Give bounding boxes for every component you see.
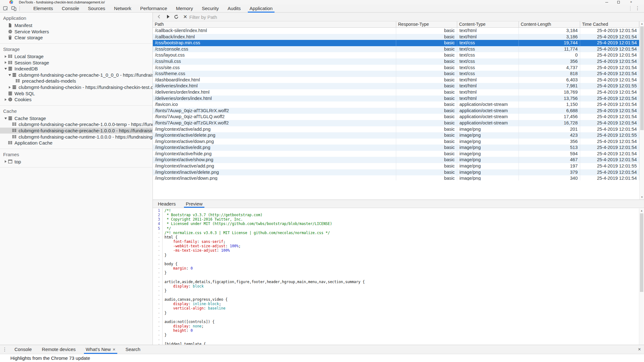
scroll-down-icon[interactable]: ▼ (640, 195, 644, 200)
window-maximize-button[interactable] (613, 0, 624, 4)
chevron-right-icon[interactable] (8, 86, 12, 89)
table-row[interactable]: /img/context/inactive/delete.pngbasicima… (153, 169, 639, 176)
table-row[interactable]: /img/context/active/add.pngbasicimage/pn… (153, 126, 639, 133)
table-row[interactable]: /css/layout.cssbasictext/css025-4-2019 1… (153, 52, 639, 58)
inspect-element-icon[interactable] (3, 6, 9, 11)
forward-icon[interactable] (165, 14, 171, 20)
chevron-right-icon[interactable] (4, 55, 8, 58)
sidebar-item-clear[interactable]: Clear storage (0, 35, 153, 41)
table-row[interactable]: /img/context/inactive/down.pngbasicimage… (153, 175, 639, 180)
column-header-path[interactable]: Path (153, 21, 396, 28)
table-row[interactable]: /css/bootstrap.min.cssbasictext/css19,74… (153, 40, 639, 46)
scrollbar-thumb[interactable] (640, 26, 644, 130)
table-row[interactable]: /img/context/active/edit.pngbasicimage/p… (153, 145, 639, 151)
cell-content-length: 11,774 (519, 46, 580, 52)
table-row[interactable]: /deliveries/index.htmlbasictext/html7,98… (153, 83, 639, 89)
table-row[interactable]: /img/context/active/down.pngbasicimage/p… (153, 139, 639, 145)
table-row[interactable]: /css/theme.cssbasictext/css81825-4-2019 … (153, 71, 639, 77)
sidebar-item-cookies[interactable]: Cookies (0, 96, 153, 103)
table-row[interactable]: /css/console.cssbasictext/css11,77425-4-… (153, 46, 639, 52)
refresh-icon[interactable] (174, 14, 179, 20)
chevron-right-icon[interactable] (4, 160, 8, 163)
window-minimize-button[interactable] (601, 0, 612, 4)
code-line: -body { (153, 262, 639, 266)
tab-network[interactable]: Network (110, 4, 136, 13)
close-tab-icon[interactable]: × (113, 347, 115, 352)
sidebar-item-application[interactable]: Application Cache (0, 140, 153, 146)
table-row[interactable]: /fonts/7Auwp_0qiz-afT3GLRrX.woff2basicap… (153, 108, 639, 114)
column-header-content-type[interactable]: Content-Type (457, 21, 519, 28)
chevron-right-icon[interactable] (4, 61, 8, 64)
table-row[interactable]: /css/site.cssbasictext/css4,73725-4-2019… (153, 65, 639, 71)
chevron-right-icon[interactable] (4, 98, 8, 101)
chevron-down-icon[interactable] (4, 117, 8, 120)
preview-tab-headers[interactable]: Headers (153, 200, 181, 208)
column-header-content-length[interactable]: Content-Length (519, 21, 580, 28)
drawer-tab-search[interactable]: Search (120, 345, 146, 354)
filter-input[interactable] (189, 14, 315, 20)
drawer-tab-console[interactable]: Console (9, 345, 37, 354)
tab-elements[interactable]: Elements (29, 4, 58, 13)
sidebar-item-web[interactable]: Web SQL (0, 90, 153, 96)
window-close-button[interactable]: × (626, 0, 636, 4)
sidebar-item-session[interactable]: Session Storage (0, 59, 153, 66)
cell-content-type: text/css (457, 65, 519, 71)
table-row[interactable]: /deliveries/order/index.htmlbasictext/ht… (153, 89, 639, 96)
sidebar-item-precached-details-models[interactable]: precached-details-models (0, 78, 153, 84)
preview-tab-preview[interactable]: Preview (181, 200, 208, 208)
tab-performance[interactable]: Performance (136, 4, 172, 13)
tab-audits[interactable]: Audits (223, 4, 245, 13)
sidebar-item-top[interactable]: top (0, 159, 153, 165)
table-row[interactable]: /deliveries/orders/index.htmlbasictext/h… (153, 96, 639, 102)
table-row[interactable]: /img/context/inactive/add.pngbasicimage/… (153, 163, 639, 169)
line-number: - (153, 284, 163, 288)
table-row[interactable]: /callback-silent/index.htmlbasictext/htm… (153, 28, 639, 34)
table-row[interactable]: /fonts/7Auwp_0qiz-afTLGLQ.woff2basicappl… (153, 114, 639, 120)
devtools-menu-icon[interactable]: ⋮ (635, 5, 640, 11)
scroll-up-icon[interactable]: ▲ (639, 208, 644, 213)
table-row[interactable]: /img/context/active/delete.pngbasicimage… (153, 132, 639, 139)
chevron-down-icon[interactable] (4, 67, 8, 70)
sidebar-item-clubmgmt-fundraising-cache-precache-1000[interactable]: clubmgmt-fundraising-cache-precache-1.0.… (0, 128, 153, 134)
cell-time-cached: 25-4-2019 12:01:54 (580, 28, 639, 34)
table-row[interactable]: /img/context/active/show.pngbasicimage/p… (153, 157, 639, 163)
scrollbar-thumb[interactable] (640, 213, 643, 292)
application-sidebar: ApplicationManifestService WorkersClear … (0, 13, 153, 345)
sidebar-item-manifest[interactable]: Manifest (0, 22, 153, 29)
sidebar-item-clubmgmt-fundraising-cache-precache-1000[interactable]: clubmgmt-fundraising-cache-precache-1_0_… (0, 72, 153, 78)
preview-vertical-scrollbar[interactable]: ▲ ▼ (639, 208, 644, 351)
tab-console[interactable]: Console (58, 4, 84, 13)
table-row[interactable]: /img/context/active/hide.pngbasicimage/p… (153, 151, 639, 157)
back-icon[interactable] (157, 14, 162, 20)
column-header-time-cached[interactable]: Time Cached (580, 21, 639, 28)
code-line: -} (153, 311, 639, 315)
sidebar-item-cache[interactable]: Cache Storage (0, 115, 153, 122)
device-toolbar-icon[interactable] (11, 6, 17, 11)
sidebar-item-indexeddb[interactable]: IndexedDB (0, 66, 153, 72)
column-header-response-type[interactable]: Response-Type (396, 21, 457, 28)
sidebar-item-service[interactable]: Service Workers (0, 29, 153, 35)
table-row[interactable]: /dashboard/index.htmlbasictext/html6,403… (153, 77, 639, 83)
table-row[interactable]: /css/muli.cssbasictext/css35625-4-2019 1… (153, 58, 639, 65)
drawer-close-icon[interactable]: × (638, 345, 641, 354)
sidebar-item-local[interactable]: Local Storage (0, 53, 153, 60)
tab-security[interactable]: Security (197, 4, 223, 13)
code-line: - (153, 275, 639, 279)
tab-application[interactable]: Application (245, 4, 277, 13)
table-row[interactable]: /favicon.icobasicapplication/octet-strea… (153, 101, 639, 108)
cell-content-length: 4,737 (519, 65, 580, 71)
table-vertical-scrollbar[interactable]: ▲ ▼ (639, 21, 644, 200)
sidebar-item-clubmgmt-fundraising-cache-runtime-1000[interactable]: clubmgmt-fundraising-cache-runtime-1.0.0… (0, 134, 153, 140)
sidebar-item-clubmgmt-fundraising-checkin[interactable]: clubmgmt-fundraising-checkin - https://f… (0, 84, 153, 90)
sidebar-item-clubmgmt-fundraising-cache-precache-1000-temp[interactable]: clubmgmt-fundraising-cache-precache-1.0.… (0, 121, 153, 128)
tab-memory[interactable]: Memory (172, 4, 197, 13)
scroll-up-icon[interactable]: ▲ (640, 21, 644, 26)
chevron-down-icon[interactable] (8, 74, 12, 76)
drawer-tab-remote-devices[interactable]: Remote devices (37, 345, 81, 354)
table-row[interactable]: /fonts/7Auwp_0qiz-afTzGLRrX.woff2basicap… (153, 120, 639, 126)
table-row[interactable]: /callback/index.htmlbasictext/html3,1862… (153, 34, 639, 40)
clear-icon[interactable]: ✕ (182, 14, 188, 20)
drawer-tab-what-s-new[interactable]: What's New× (81, 345, 120, 354)
drawer-menu-icon[interactable]: ⋮ (0, 345, 9, 354)
tab-sources[interactable]: Sources (84, 4, 110, 13)
